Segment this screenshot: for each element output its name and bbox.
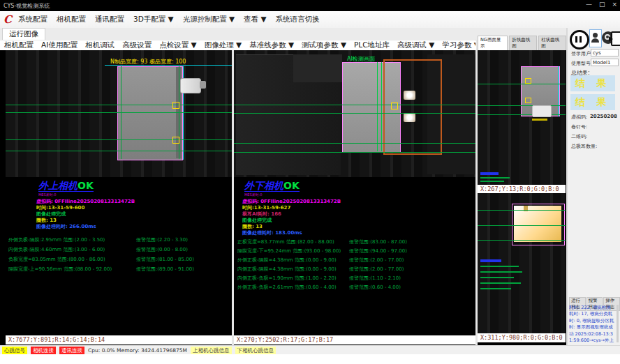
electrode-region-overlay <box>117 66 183 160</box>
measure-line <box>478 240 566 241</box>
defect-marker <box>172 102 179 109</box>
model-label: 使用型号: <box>571 60 592 67</box>
exit-button[interactable] <box>611 31 620 46</box>
cyan-reference-line <box>105 65 232 66</box>
measure-line <box>377 62 378 151</box>
tab-line-chart[interactable]: 折线曲线图 <box>509 36 537 50</box>
measure-line <box>6 105 232 105</box>
pause-icon <box>575 36 577 43</box>
comm-connect-badge: 通讯连接 <box>59 347 84 354</box>
cpu-memory-status: Cpu: 0.0% Memory: 3424.41796875M <box>88 347 187 354</box>
alarm-range: 报警范围:(2.00 - 77.00) <box>349 257 404 264</box>
window-controls: — □ × <box>586 1 617 8</box>
tool-test-params[interactable]: 测试项参数 ▼ <box>302 40 346 50</box>
mini-log-bar <box>480 288 511 289</box>
measure-line <box>234 152 475 153</box>
defect-marker <box>391 103 398 109</box>
tool-camera-debug[interactable]: 相机调试 <box>85 40 115 50</box>
tool-plc-address[interactable]: PLC地址库 <box>354 40 390 50</box>
alarm-range: 报警范围:(83.00 - 87.00) <box>349 238 407 245</box>
mini-log-bar <box>480 277 514 278</box>
menu-system-config[interactable]: 系统配置 <box>18 15 47 24</box>
alarm-range: 报警范围:(0.00 - 8.00) <box>136 246 188 253</box>
measure-line <box>6 112 232 113</box>
toolbar: 相机配置 AI使用配置 相机调试 高级设置 点检设置 ▼ 图像处理 ▼ 基准线参… <box>0 40 475 50</box>
upper-camera-heartbeat: 上相机心跳信息 <box>191 347 232 354</box>
minimize-button[interactable]: — <box>586 1 592 8</box>
lamp-reflection <box>404 113 415 122</box>
model-value[interactable]: Model1 <box>591 59 619 66</box>
middle-camera-title: 外下相机OK <box>244 181 300 192</box>
login-user-value[interactable]: cys <box>591 49 619 56</box>
needle-number-label: 卷针号: <box>571 123 587 130</box>
left-process-cost: 图像处理耗时: 266.00ms <box>36 223 96 230</box>
app-window: CYS-视觉检测系统 — □ × C 系统配置 相机配置 通讯配置 3D手配置 … <box>0 0 620 364</box>
measure-line <box>478 84 566 84</box>
menu-light-config[interactable]: 光源控制配置 ▼ <box>183 15 235 24</box>
left-camera-title: 外上相机OK <box>38 181 94 192</box>
menu-3d-config[interactable]: 3D手配置 ▼ <box>133 15 174 24</box>
title-bar[interactable]: CYS-视觉检测系统 — □ × <box>0 0 620 11</box>
menu-comm-config[interactable]: 通讯配置 <box>95 15 124 24</box>
menu-camera-config[interactable]: 相机配置 <box>57 15 86 24</box>
mini-log-bar <box>480 259 501 262</box>
result-badge-1: 结 果 <box>570 75 615 91</box>
defect-marker <box>525 78 531 84</box>
exit-arrow-icon <box>609 36 613 42</box>
middle-mes-status: MES发时:0 <box>244 192 263 197</box>
defect-marker <box>525 98 531 103</box>
measure-line <box>6 139 232 140</box>
measurement-row: 正极宽度=83.77mm 范围:(82.00 - 88.00) <box>237 238 334 245</box>
tool-ai-config[interactable]: AI使用配置 <box>41 40 78 50</box>
tool-advanced-debug[interactable]: 高级调试 ▼ <box>397 40 434 50</box>
measure-line <box>478 114 566 115</box>
measurement-row: 内侧正极-隔膜=4.38mm 范围:(0.00 - 9.00) <box>237 266 337 273</box>
cyan-edge-line <box>558 66 559 116</box>
tool-camera-config[interactable]: 相机配置 <box>4 40 34 50</box>
left-camera-ok-status: OK <box>78 180 94 191</box>
tab-ng-display[interactable]: NG画面显示 <box>478 36 508 50</box>
measurement-row: 外侧负极-隔膜:2.95mm 范围:(2.00 - 3.50) <box>8 236 105 243</box>
tab-run-image[interactable]: 运行图像 <box>2 28 45 40</box>
menu-items: 系统配置 相机配置 通讯配置 3D手配置 ▼ 光源控制配置 ▼ 查看 ▼ 系统语… <box>18 15 320 24</box>
heartbeat-status-badge: 心跳信号 <box>2 347 27 354</box>
mini-log-bar <box>480 177 510 179</box>
measure-line <box>478 210 566 211</box>
middle-pixel-coords: X:270;Y:2502;R:17;G:17;B:17 <box>234 335 475 344</box>
pause-button[interactable] <box>570 30 589 50</box>
alarm-range: 报警范围:(81.00 - 85.00) <box>136 256 194 263</box>
tab-count-label: 总极耳数量: <box>571 143 597 150</box>
measure-line <box>381 62 382 151</box>
maximize-button[interactable]: □ <box>599 1 605 8</box>
user-login-button[interactable] <box>589 29 602 47</box>
result-badge-2: 结 果 <box>570 94 615 110</box>
mini-label-bar <box>532 119 547 121</box>
tool-learn-params[interactable]: 学习参数 ▼ <box>442 40 475 50</box>
mini-log-bar <box>480 282 521 284</box>
middle-camera-name: 外下相机 <box>244 180 283 191</box>
measurement-row: 内侧正极-负极=1.90mm 范围:(1.00 - 2.20) <box>237 275 337 282</box>
measurement-row: 负极宽度=83.05mm 范围:(80.00 - 86.00) <box>8 256 105 263</box>
alarm-range: 报警范围:(89.00 - 91.00) <box>136 266 194 273</box>
tool-advanced-settings[interactable]: 高级设置 <box>122 40 152 50</box>
log-scrollbar[interactable] <box>617 305 619 342</box>
log-text: 耗时: 222, 瑕疵检测耗时: 17, 瑕疵分类耗时: 0, 瑕疵提取分区耗时… <box>569 305 615 342</box>
tab-bar-chart[interactable]: 柱状曲线图 <box>538 36 566 50</box>
measure-line <box>478 225 566 226</box>
tool-spotcheck-settings[interactable]: 点检设置 ▼ <box>159 40 196 50</box>
menu-language-switch[interactable]: 系统语言切换 <box>275 15 319 24</box>
measurement-row: 隔膜宽度-下=95.24mm 范围:(93.00 - 98.00) <box>237 248 341 255</box>
tool-image-processing[interactable]: 图像处理 ▼ <box>205 40 242 50</box>
lower-camera-heartbeat: 下相机心跳信息 <box>235 347 276 354</box>
tab-connector-blob <box>180 78 201 93</box>
menu-view[interactable]: 查看 ▼ <box>244 15 266 24</box>
mini-log-bar <box>480 271 522 273</box>
menu-bar: C 系统配置 相机配置 通讯配置 3D手配置 ▼ 光源控制配置 ▼ 查看 ▼ 系… <box>0 11 620 29</box>
machinery-block <box>293 54 342 82</box>
tool-baseline-params[interactable]: 基准线参数 ▼ <box>249 40 294 50</box>
measure-line <box>234 105 475 105</box>
close-button[interactable]: × <box>612 1 617 8</box>
user-icon <box>593 33 598 38</box>
alarm-range: 报警范围:(2.00 - 77.00) <box>349 266 404 273</box>
pause-icon <box>580 36 582 43</box>
